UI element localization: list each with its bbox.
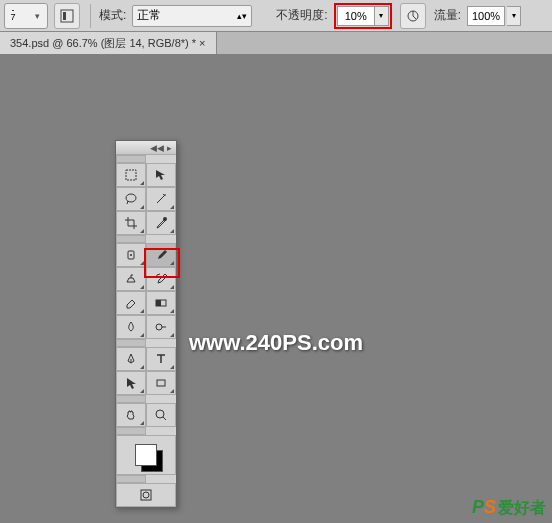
blur-tool[interactable] — [116, 315, 146, 339]
path-selection-tool[interactable] — [116, 371, 146, 395]
flow-label: 流量: — [434, 7, 461, 24]
rectangle-shape-tool[interactable] — [146, 371, 176, 395]
flow-input[interactable]: 100% — [467, 6, 505, 26]
svg-point-5 — [163, 217, 167, 221]
svg-rect-3 — [126, 170, 136, 180]
watermark-corner: PS爱好者 — [472, 497, 546, 519]
svg-rect-8 — [156, 300, 161, 306]
brush-size-value: 7 — [7, 10, 19, 22]
healing-brush-tool[interactable] — [116, 243, 146, 267]
dodge-tool[interactable] — [146, 315, 176, 339]
options-bar: 7 ▾ 模式: 正常 ▴▾ 不透明度: 10% ▾ 流量: 100% ▾ — [0, 0, 552, 32]
eraser-tool[interactable] — [116, 291, 146, 315]
rectangular-marquee-tool[interactable] — [116, 163, 146, 187]
chevron-updown-icon: ▴▾ — [237, 11, 247, 21]
svg-rect-0 — [61, 10, 73, 22]
svg-rect-1 — [63, 12, 66, 20]
move-tool[interactable] — [146, 163, 176, 187]
brush-preset-picker[interactable]: 7 ▾ — [4, 3, 48, 29]
type-tool[interactable] — [146, 347, 176, 371]
hand-tool[interactable] — [116, 403, 146, 427]
pressure-opacity-icon[interactable] — [400, 3, 426, 29]
brush-tool-highlight — [144, 248, 180, 278]
opacity-label: 不透明度: — [276, 7, 327, 24]
chevron-down-icon: ▾ — [35, 11, 45, 21]
svg-point-11 — [156, 410, 164, 418]
svg-point-4 — [126, 194, 136, 202]
eyedropper-tool[interactable] — [146, 211, 176, 235]
svg-rect-10 — [157, 380, 165, 386]
clone-stamp-tool[interactable] — [116, 267, 146, 291]
panel-collapse-icon[interactable]: ◀◀ ▸ — [116, 141, 176, 155]
svg-point-13 — [143, 492, 149, 498]
crop-tool[interactable] — [116, 211, 146, 235]
blend-mode-select[interactable]: 正常 ▴▾ — [132, 5, 252, 27]
flow-dropdown[interactable]: ▾ — [507, 6, 521, 26]
opacity-highlight: 10% ▾ — [334, 3, 392, 29]
opacity-input[interactable]: 10% — [337, 6, 375, 26]
gradient-tool[interactable] — [146, 291, 176, 315]
magic-wand-tool[interactable] — [146, 187, 176, 211]
watermark-main: www.240PS.com — [189, 330, 363, 356]
lasso-tool[interactable] — [116, 187, 146, 211]
opacity-dropdown[interactable]: ▾ — [375, 6, 389, 26]
brush-panel-toggle-icon[interactable] — [54, 3, 80, 29]
tools-panel: ◀◀ ▸ — [115, 140, 177, 508]
document-tab[interactable]: 354.psd @ 66.7% (图层 14, RGB/8*) * × — [0, 32, 217, 54]
document-tab-bar: 354.psd @ 66.7% (图层 14, RGB/8*) * × — [0, 32, 552, 54]
mode-value: 正常 — [137, 7, 161, 24]
svg-point-9 — [156, 324, 162, 330]
foreground-color-swatch[interactable] — [135, 444, 157, 466]
pen-tool[interactable] — [116, 347, 146, 371]
zoom-tool[interactable] — [146, 403, 176, 427]
quick-mask-toggle[interactable] — [116, 483, 176, 507]
mode-label: 模式: — [99, 7, 126, 24]
color-swatches[interactable] — [116, 435, 176, 475]
